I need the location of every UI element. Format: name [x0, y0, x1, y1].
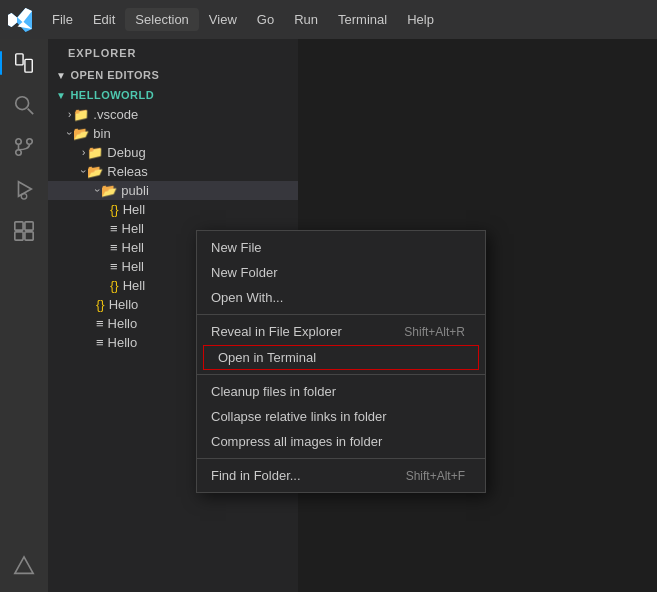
hello2-icon: ≡ — [96, 316, 104, 331]
debug-label: Debug — [107, 145, 145, 160]
ctx-find-folder[interactable]: Find in Folder... Shift+Alt+F — [197, 463, 485, 488]
svg-point-5 — [27, 139, 33, 145]
svg-point-9 — [21, 194, 27, 200]
svg-point-2 — [16, 97, 29, 110]
ctx-open-terminal-label: Open in Terminal — [218, 350, 316, 365]
hello2-label: Hello — [108, 316, 138, 331]
vscode-logo — [8, 8, 32, 32]
release-folder-icon: 📂 — [87, 164, 103, 179]
hell5-icon: {} — [110, 278, 119, 293]
activity-bottom-group — [6, 548, 42, 592]
menu-terminal[interactable]: Terminal — [328, 8, 397, 31]
menu-bar: File Edit Selection View Go Run Terminal… — [0, 0, 657, 39]
menu-run[interactable]: Run — [284, 8, 328, 31]
svg-marker-14 — [15, 557, 33, 574]
activity-explorer[interactable] — [6, 45, 42, 81]
tree-bin[interactable]: › 📂 bin — [48, 124, 298, 143]
debug-arrow: › — [82, 147, 85, 158]
open-editors-label: OPEN EDITORS — [70, 69, 159, 81]
tree-publi[interactable]: › 📂 publi — [48, 181, 298, 200]
vscode-arrow: › — [68, 109, 71, 120]
activity-account[interactable] — [6, 548, 42, 584]
release-label: Releas — [107, 164, 147, 179]
ctx-compress-label: Compress all images in folder — [211, 434, 382, 449]
menu-help[interactable]: Help — [397, 8, 444, 31]
ctx-new-file[interactable]: New File — [197, 235, 485, 260]
bin-folder-icon: 📂 — [73, 126, 89, 141]
bin-label: bin — [93, 126, 110, 141]
svg-rect-10 — [15, 222, 23, 230]
ctx-new-folder-label: New Folder — [211, 265, 277, 280]
menu-file[interactable]: File — [42, 8, 83, 31]
ctx-reveal-shortcut: Shift+Alt+R — [404, 325, 465, 339]
ctx-find-folder-shortcut: Shift+Alt+F — [406, 469, 465, 483]
vscode-folder-icon: 📁 — [73, 107, 89, 122]
ctx-separator-3 — [197, 458, 485, 459]
ctx-find-folder-label: Find in Folder... — [211, 468, 301, 483]
svg-rect-13 — [25, 232, 33, 240]
publi-label: publi — [121, 183, 148, 198]
hell4-icon: ≡ — [110, 259, 118, 274]
menu-view[interactable]: View — [199, 8, 247, 31]
hell2-icon: ≡ — [110, 221, 118, 236]
tree-release[interactable]: › 📂 Releas — [48, 162, 298, 181]
hell1-icon: {} — [110, 202, 119, 217]
ctx-cleanup-label: Cleanup files in folder — [211, 384, 336, 399]
open-editors-header[interactable]: ▼ OPEN EDITORS — [48, 65, 298, 85]
ctx-separator-1 — [197, 314, 485, 315]
hello1-label: Hello — [109, 297, 139, 312]
hell4-label: Hell — [122, 259, 144, 274]
hell5-label: Hell — [123, 278, 145, 293]
context-menu: New File New Folder Open With... Reveal … — [196, 230, 486, 493]
hell3-icon: ≡ — [110, 240, 118, 255]
menu-edit[interactable]: Edit — [83, 8, 125, 31]
menu-selection[interactable]: Selection — [125, 8, 198, 31]
ctx-new-file-label: New File — [211, 240, 262, 255]
helloworld-header[interactable]: ▼ HELLOWORLD — [48, 85, 298, 105]
hello3-icon: ≡ — [96, 335, 104, 350]
ctx-open-with[interactable]: Open With... — [197, 285, 485, 310]
hello1-icon: {} — [96, 297, 105, 312]
activity-bar — [0, 39, 48, 592]
bin-arrow: › — [64, 132, 75, 135]
tree-vscode[interactable]: › 📁 .vscode — [48, 105, 298, 124]
hell1-label: Hell — [123, 202, 145, 217]
tree-hell1[interactable]: {} Hell — [48, 200, 298, 219]
svg-rect-11 — [25, 222, 33, 230]
activity-extensions[interactable] — [6, 213, 42, 249]
vscode-label: .vscode — [93, 107, 138, 122]
ctx-new-folder[interactable]: New Folder — [197, 260, 485, 285]
activity-source-control[interactable] — [6, 129, 42, 165]
debug-folder-icon: 📁 — [87, 145, 103, 160]
publi-folder-icon: 📂 — [101, 183, 117, 198]
ctx-separator-2 — [197, 374, 485, 375]
helloworld-label: HELLOWORLD — [70, 89, 154, 101]
svg-rect-0 — [16, 54, 23, 65]
svg-point-4 — [16, 139, 22, 145]
hell2-label: Hell — [122, 221, 144, 236]
ctx-reveal-explorer-label: Reveal in File Explorer — [211, 324, 342, 339]
hell3-label: Hell — [122, 240, 144, 255]
publi-arrow: › — [92, 189, 103, 192]
svg-rect-1 — [25, 59, 32, 72]
ctx-open-terminal[interactable]: Open in Terminal — [203, 345, 479, 370]
open-editors-chevron: ▼ — [56, 70, 66, 81]
tree-debug[interactable]: › 📁 Debug — [48, 143, 298, 162]
explorer-title: EXPLORER — [48, 39, 298, 65]
activity-run[interactable] — [6, 171, 42, 207]
helloworld-chevron: ▼ — [56, 90, 66, 101]
hello3-label: Hello — [108, 335, 138, 350]
ctx-collapse-links[interactable]: Collapse relative links in folder — [197, 404, 485, 429]
menu-go[interactable]: Go — [247, 8, 284, 31]
release-arrow: › — [78, 170, 89, 173]
ctx-compress-images[interactable]: Compress all images in folder — [197, 429, 485, 454]
ctx-collapse-links-label: Collapse relative links in folder — [211, 409, 387, 424]
ctx-reveal-explorer[interactable]: Reveal in File Explorer Shift+Alt+R — [197, 319, 485, 344]
svg-rect-12 — [15, 232, 23, 240]
ctx-open-with-label: Open With... — [211, 290, 283, 305]
activity-search[interactable] — [6, 87, 42, 123]
svg-line-3 — [28, 109, 33, 115]
ctx-cleanup[interactable]: Cleanup files in folder — [197, 379, 485, 404]
